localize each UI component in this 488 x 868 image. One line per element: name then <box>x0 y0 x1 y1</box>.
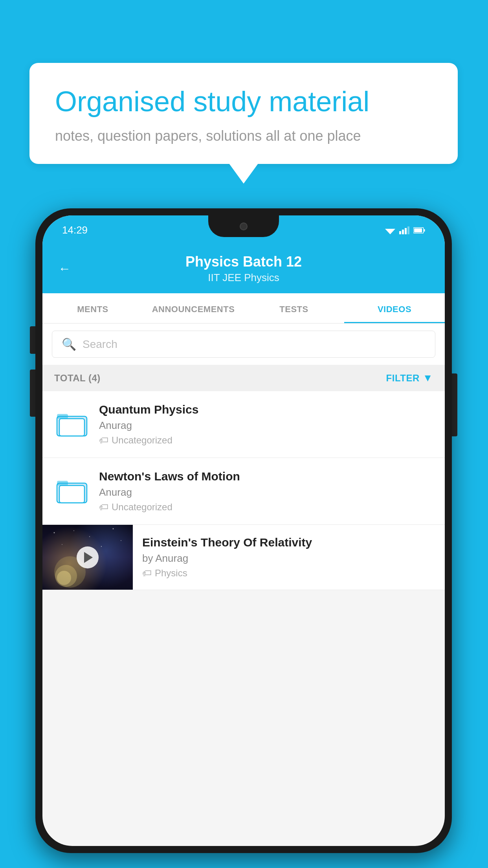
folder-icon <box>56 476 88 504</box>
back-button[interactable]: ← <box>58 261 71 276</box>
signal-icon <box>399 226 409 234</box>
play-button[interactable] <box>77 546 99 568</box>
search-bar[interactable]: 🔍 Search <box>52 331 435 358</box>
tag-icon: 🏷 <box>99 502 108 513</box>
svg-rect-7 <box>424 229 425 232</box>
batch-title: Physics Batch 12 <box>80 254 407 270</box>
app-header: ← Physics Batch 12 IIT JEE Physics <box>42 245 445 293</box>
batch-subtitle: IIT JEE Physics <box>80 272 407 284</box>
svg-rect-13 <box>57 481 68 485</box>
svg-rect-4 <box>405 228 407 234</box>
item-tag: 🏷 Uncategorized <box>99 435 433 446</box>
phone-frame: 14:29 <box>35 208 452 853</box>
wifi-icon <box>385 226 395 234</box>
power-button <box>452 373 457 436</box>
list-item[interactable]: Quantum Physics Anurag 🏷 Uncategorized <box>42 391 445 458</box>
svg-point-16 <box>73 530 74 531</box>
svg-point-15 <box>54 532 55 533</box>
play-triangle-icon <box>84 552 93 563</box>
status-time: 14:29 <box>62 224 88 236</box>
filter-icon: ▼ <box>423 372 433 384</box>
tab-videos[interactable]: VIDEOS <box>344 293 445 323</box>
filter-bar: TOTAL (4) FILTER ▼ <box>42 365 445 391</box>
svg-point-19 <box>121 540 121 541</box>
camera-dot <box>240 223 248 230</box>
video-info: Einstein's Theory Of Relativity by Anura… <box>133 525 445 590</box>
status-icons <box>385 226 425 234</box>
video-thumbnail <box>42 525 133 590</box>
item-info: Quantum Physics Anurag 🏷 Uncategorized <box>99 403 433 446</box>
notch <box>208 215 279 237</box>
folder-icon <box>56 409 88 437</box>
svg-rect-14 <box>59 485 84 503</box>
svg-point-24 <box>57 571 71 585</box>
volume-down-button <box>30 370 35 417</box>
item-tag: 🏷 Uncategorized <box>99 502 433 513</box>
item-info: Newton's Laws of Motion Anurag 🏷 Uncateg… <box>99 470 433 513</box>
search-placeholder: Search <box>83 338 117 351</box>
content-list: Quantum Physics Anurag 🏷 Uncategorized <box>42 391 445 590</box>
speech-bubble-title: Organised study material <box>55 85 432 118</box>
svg-rect-10 <box>57 414 68 419</box>
tag-icon: 🏷 <box>99 435 108 446</box>
item-title: Newton's Laws of Motion <box>99 470 433 483</box>
svg-rect-3 <box>402 230 404 234</box>
search-icon: 🔍 <box>62 337 76 351</box>
item-title: Quantum Physics <box>99 403 433 416</box>
video-list-item[interactable]: Einstein's Theory Of Relativity by Anura… <box>42 525 445 590</box>
speech-bubble: Organised study material notes, question… <box>29 63 458 164</box>
search-container: 🔍 Search <box>42 324 445 365</box>
folder-icon-wrap <box>54 405 90 441</box>
total-count-label: TOTAL (4) <box>54 373 101 384</box>
phone-wrapper: 14:29 <box>35 208 452 853</box>
list-item[interactable]: Newton's Laws of Motion Anurag 🏷 Uncateg… <box>42 458 445 525</box>
tabs-bar: MENTS ANNOUNCEMENTS TESTS VIDEOS <box>42 293 445 324</box>
battery-icon <box>413 227 425 234</box>
svg-point-21 <box>101 546 102 547</box>
volume-up-button <box>30 326 35 354</box>
filter-button[interactable]: FILTER ▼ <box>386 372 433 384</box>
svg-point-20 <box>62 544 62 545</box>
folder-icon-wrap <box>54 472 90 508</box>
tab-ments[interactable]: MENTS <box>42 293 143 323</box>
video-title: Einstein's Theory Of Relativity <box>142 536 435 549</box>
item-author: Anurag <box>99 486 433 498</box>
phone-screen: 14:29 <box>42 215 445 846</box>
svg-rect-5 <box>407 226 409 234</box>
svg-rect-2 <box>399 231 401 234</box>
svg-point-18 <box>113 528 114 530</box>
svg-rect-8 <box>414 228 422 232</box>
video-author: by Anurag <box>142 552 435 565</box>
item-author: Anurag <box>99 419 433 432</box>
tab-announcements[interactable]: ANNOUNCEMENTS <box>143 293 244 323</box>
header-title-block: Physics Batch 12 IIT JEE Physics <box>80 254 407 284</box>
tab-tests[interactable]: TESTS <box>244 293 344 323</box>
status-bar: 14:29 <box>42 215 445 245</box>
tag-icon: 🏷 <box>142 568 152 579</box>
video-tag: 🏷 Physics <box>142 568 435 579</box>
svg-point-17 <box>89 536 90 537</box>
speech-bubble-subtitle: notes, question papers, solutions all at… <box>55 128 432 144</box>
svg-rect-11 <box>59 419 84 436</box>
